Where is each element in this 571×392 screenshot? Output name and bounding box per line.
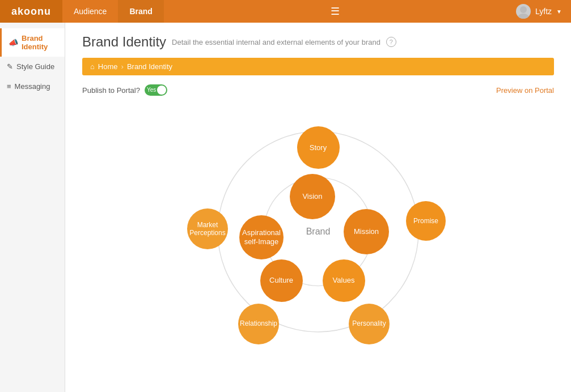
publish-label: Publish to Portal? xyxy=(82,86,140,95)
bubble-market[interactable]: MarketPerceptions xyxy=(187,208,228,249)
nav-brand[interactable]: Brand xyxy=(118,0,163,23)
list-icon: ≡ xyxy=(7,82,11,91)
sidebar-label-messaging: Messaging xyxy=(15,82,50,91)
sidebar: 📣 Brand Identity ✎ Style Guide ≡ Messagi… xyxy=(0,23,65,392)
bubble-values[interactable]: Values xyxy=(323,259,365,302)
publish-row: Publish to Portal? Yes Preview on Portal xyxy=(82,84,554,96)
nav-audience[interactable]: Audience xyxy=(62,0,118,23)
bubble-story[interactable]: Story xyxy=(297,126,340,169)
bubble-brand-center: Brand xyxy=(295,209,341,254)
main-layout: 📣 Brand Identity ✎ Style Guide ≡ Messagi… xyxy=(0,23,571,392)
bubble-culture[interactable]: Culture xyxy=(260,259,303,302)
chevron-down-icon: ▼ xyxy=(556,8,562,15)
sidebar-item-messaging[interactable]: ≡ Messaging xyxy=(0,76,65,96)
brand-diagram: StoryVisionMissionPromiseAspirationalsel… xyxy=(148,107,488,356)
preview-portal-link[interactable]: Preview on Portal xyxy=(496,86,554,95)
sidebar-item-brand-identity[interactable]: 📣 Brand Identity xyxy=(0,28,65,57)
page-title: Brand Identity xyxy=(82,34,166,50)
breadcrumb-separator: › xyxy=(121,62,124,71)
avatar xyxy=(516,4,531,19)
breadcrumb: ⌂ Home › Brand Identity xyxy=(82,58,554,75)
home-icon: ⌂ xyxy=(90,62,95,71)
hamburger-menu[interactable]: ☰ xyxy=(319,0,351,23)
svg-point-1 xyxy=(518,14,529,19)
page-header: Brand Identity Detail the essential inte… xyxy=(82,34,554,50)
hamburger-icon: ☰ xyxy=(331,5,340,18)
sidebar-label-brand-identity: Brand Identity xyxy=(22,34,58,51)
top-navigation: akoonu Audience Brand ☰ Lyftz ▼ xyxy=(0,0,571,23)
help-icon[interactable]: ? xyxy=(386,37,396,47)
megaphone-icon: 📣 xyxy=(9,38,18,47)
app-logo: akoonu xyxy=(0,0,62,23)
page-subtitle: Detail the essential internal and extern… xyxy=(172,38,380,46)
sidebar-label-style-guide: Style Guide xyxy=(16,62,54,71)
bubble-mission[interactable]: Mission xyxy=(344,209,389,254)
bubble-relationship[interactable]: Relationship xyxy=(238,304,279,344)
publish-toggle[interactable]: Yes xyxy=(145,84,167,96)
main-content: Brand Identity Detail the essential inte… xyxy=(65,23,571,392)
bubble-aspirational[interactable]: Aspirationalself-Image xyxy=(239,215,284,259)
user-name: Lyftz xyxy=(535,7,552,16)
breadcrumb-current: Brand Identity xyxy=(127,62,172,71)
svg-point-0 xyxy=(520,6,527,13)
edit-icon: ✎ xyxy=(7,62,13,71)
bubble-personality[interactable]: Personality xyxy=(349,304,390,344)
bubble-promise[interactable]: Promise xyxy=(406,201,446,241)
user-menu[interactable]: Lyftz ▼ xyxy=(507,0,571,23)
sidebar-item-style-guide[interactable]: ✎ Style Guide xyxy=(0,57,65,76)
toggle-yes-label: Yes xyxy=(147,87,156,93)
breadcrumb-home[interactable]: Home xyxy=(98,62,118,71)
